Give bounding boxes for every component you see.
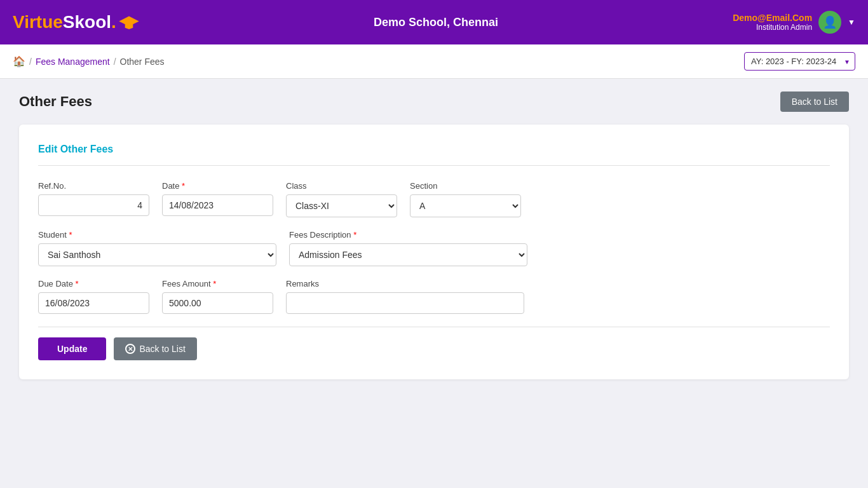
fy-selector[interactable]: AY: 2023 - FY: 2023-24 AY: 2022 - FY: 20…	[744, 52, 855, 71]
remarks-label: Remarks	[286, 279, 524, 288]
fees-desc-select[interactable]: Admission Fees Tuition Fees Transport Fe…	[289, 243, 527, 266]
refno-label: Ref.No.	[38, 181, 149, 191]
logo: VirtueSkool.	[13, 12, 139, 32]
class-label: Class	[286, 181, 397, 191]
back-to-list-top-button[interactable]: Back to List	[780, 92, 849, 112]
user-role: Institution Admin	[733, 23, 812, 32]
form-row-1: Ref.No. Date * Class Class-XI Class-X Cl…	[38, 181, 830, 217]
remarks-input[interactable]	[286, 292, 524, 314]
user-info: Demo@Email.Com Institution Admin	[733, 13, 812, 32]
svg-marker-0	[119, 17, 139, 27]
form-group-refno: Ref.No.	[38, 181, 149, 217]
fees-desc-label: Fees Description *	[289, 230, 527, 240]
due-date-label: Due Date *	[38, 279, 149, 288]
refno-input[interactable]	[38, 194, 149, 216]
logo-dot: .	[111, 12, 116, 32]
form-card: Edit Other Fees Ref.No. Date * Class Cla…	[19, 125, 849, 379]
page-title: Other Fees	[19, 93, 92, 110]
date-input[interactable]	[162, 194, 273, 216]
page-header: Other Fees Back to List	[19, 92, 849, 112]
section-label: Section	[410, 181, 521, 191]
breadcrumb-other-fees: Other Fees	[120, 57, 165, 67]
breadcrumb-bar: 🏠 / Fees Management / Other Fees AY: 202…	[0, 44, 868, 79]
logo-skool: Skool	[63, 12, 111, 32]
graduation-cap-icon	[119, 15, 139, 29]
update-button[interactable]: Update	[38, 337, 106, 360]
fees-amount-label: Fees Amount *	[162, 279, 273, 288]
breadcrumb: 🏠 / Fees Management / Other Fees	[13, 55, 165, 67]
form-actions: Update ✕ Back to List	[38, 327, 830, 360]
fees-amount-input[interactable]	[162, 292, 273, 314]
user-email: Demo@Email.Com	[733, 13, 812, 23]
class-select[interactable]: Class-XI Class-X Class-XII	[286, 194, 397, 217]
header: VirtueSkool. Demo School, Chennai Demo@E…	[0, 0, 868, 44]
form-section-title: Edit Other Fees	[38, 144, 830, 155]
form-group-fees-desc: Fees Description * Admission Fees Tuitio…	[289, 230, 527, 266]
date-label: Date *	[162, 181, 273, 191]
breadcrumb-sep-1: /	[29, 57, 32, 67]
logo-virtue: Virtue	[13, 12, 63, 32]
form-divider	[38, 165, 830, 166]
form-group-student: Student * Sai Santhosh Other Student	[38, 230, 276, 266]
user-dropdown-arrow[interactable]: ▼	[848, 18, 855, 27]
main-content: Other Fees Back to List Edit Other Fees …	[0, 79, 868, 392]
student-label: Student *	[38, 230, 276, 240]
fy-selector-wrapper[interactable]: AY: 2023 - FY: 2023-24 AY: 2022 - FY: 20…	[744, 52, 855, 71]
home-icon[interactable]: 🏠	[13, 55, 25, 67]
breadcrumb-sep-2: /	[114, 57, 116, 67]
student-select[interactable]: Sai Santhosh Other Student	[38, 243, 276, 266]
form-row-3: Due Date * Fees Amount * Remarks	[38, 279, 830, 314]
section-select[interactable]: A B C	[410, 194, 521, 217]
due-date-input[interactable]	[38, 292, 149, 314]
form-group-remarks: Remarks	[286, 279, 524, 314]
form-group-fees-amount: Fees Amount *	[162, 279, 273, 314]
form-group-due-date: Due Date *	[38, 279, 149, 314]
circle-x-icon: ✕	[125, 344, 135, 354]
back-to-list-bottom-label: Back to List	[139, 344, 185, 354]
header-user-section: Demo@Email.Com Institution Admin 👤 ▼	[733, 11, 855, 34]
avatar: 👤	[818, 11, 841, 34]
school-name: Demo School, Chennai	[374, 16, 498, 29]
back-to-list-bottom-button[interactable]: ✕ Back to List	[114, 337, 196, 360]
form-group-date: Date *	[162, 181, 273, 217]
breadcrumb-fees-management[interactable]: Fees Management	[36, 57, 110, 67]
form-row-2: Student * Sai Santhosh Other Student Fee…	[38, 230, 830, 266]
form-group-class: Class Class-XI Class-X Class-XII	[286, 181, 397, 217]
form-group-section: Section A B C	[410, 181, 521, 217]
